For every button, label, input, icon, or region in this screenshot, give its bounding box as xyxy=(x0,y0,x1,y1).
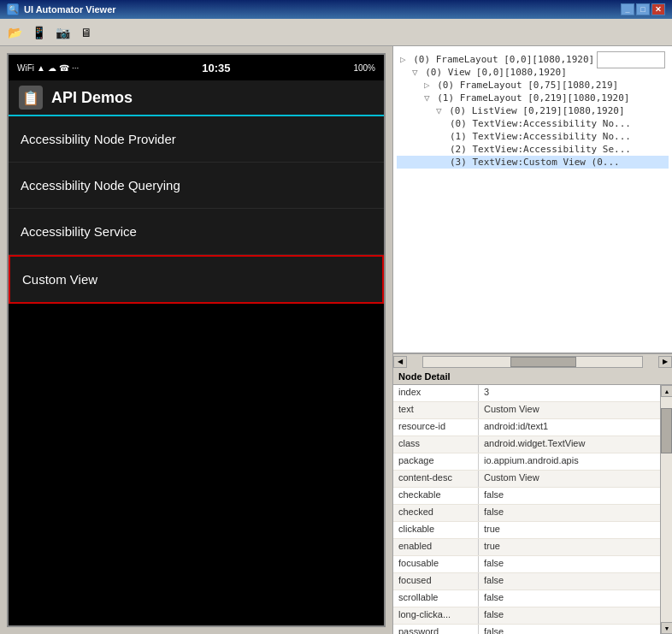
tree-item-7[interactable]: (2) TextView:Accessibility Se... xyxy=(397,143,669,156)
detail-value: true xyxy=(479,539,660,555)
v-scroll-thumb[interactable] xyxy=(661,408,672,453)
detail-row: scrollable false xyxy=(393,590,660,607)
node-detail-table: index 3 text Custom View resource-id and… xyxy=(393,385,660,634)
expand-icon-1: ▽ xyxy=(412,67,423,78)
detail-value: false xyxy=(479,590,660,607)
detail-value: true xyxy=(479,522,660,538)
detail-value: android.widget.TextView xyxy=(479,436,660,453)
detail-key: text xyxy=(393,402,479,418)
detail-row: package io.appium.android.apis xyxy=(393,453,660,471)
detail-key: clickable xyxy=(393,522,479,538)
tree-scrollbar: ◀ ▶ xyxy=(393,353,672,369)
close-button[interactable]: ✕ xyxy=(651,3,665,15)
tree-item-3[interactable]: ▽ (1) FrameLayout [0,219][1080,1920] xyxy=(397,92,669,104)
detail-value: 3 xyxy=(479,385,660,401)
app-icon: 🔍 xyxy=(7,3,19,15)
tree-item-label-4: (0) ListView [0,219][1080,1920] xyxy=(449,105,624,116)
status-icons: WiFi ▲ ☁ ☎ ··· xyxy=(17,63,79,73)
detail-value: false xyxy=(479,573,660,590)
expand-icon-2: ▷ xyxy=(424,80,435,91)
scroll-down-button[interactable]: ▼ xyxy=(661,622,672,634)
tree-item-5[interactable]: (0) TextView:Accessibility No... xyxy=(397,117,669,130)
detail-value: Custom View xyxy=(479,402,660,418)
right-panel: ▷ (0) FrameLayout [0,0][1080,1920] ▽ (0)… xyxy=(393,46,672,634)
tree-item-label-7: (2) TextView:Accessibility Se... xyxy=(450,144,631,155)
menu-item-accessibility-querying[interactable]: Accessibility Node Querying xyxy=(9,163,384,209)
tree-item-label-0: (0) FrameLayout [0,0][1080,1920] xyxy=(413,54,594,65)
detail-key: checkable xyxy=(393,488,479,504)
wifi-icon: WiFi xyxy=(17,63,34,73)
detail-key: scrollable xyxy=(393,590,479,607)
detail-row: focused false xyxy=(393,573,660,590)
detail-value: io.appium.android.apis xyxy=(479,453,660,470)
detail-row: checkable false xyxy=(393,488,660,505)
detail-row: focusable false xyxy=(393,556,660,573)
menu-item-accessibility-provider[interactable]: Accessibility Node Provider xyxy=(9,116,384,163)
tree-item-label-3: (1) FrameLayout [0,219][1080,1920] xyxy=(437,92,629,104)
detail-row: class android.widget.TextView xyxy=(393,436,660,453)
toolbar-open-button[interactable]: 📂 xyxy=(3,22,26,43)
scroll-up-button[interactable]: ▲ xyxy=(661,385,672,397)
detail-key: resource-id xyxy=(393,419,479,436)
app-header-title: API Demos xyxy=(51,89,133,107)
app-header: 📋 API Demos xyxy=(9,80,384,116)
expand-icon-0: ▷ xyxy=(400,54,411,65)
detail-key: package xyxy=(393,453,479,470)
detail-value: android:id/text1 xyxy=(479,419,660,436)
menu-item-custom-view[interactable]: Custom View xyxy=(9,255,384,304)
scroll-right-button[interactable]: ▶ xyxy=(658,356,672,368)
node-detail-panel: Node Detail index 3 text Custom View res… xyxy=(393,369,672,634)
detail-value: false xyxy=(479,625,660,634)
menu-list: Accessibility Node Provider Accessibilit… xyxy=(9,116,384,304)
status-battery: 100% xyxy=(353,63,375,73)
tree-item-8[interactable]: (3) TextView:Custom View (0... xyxy=(397,156,669,169)
detail-value: false xyxy=(479,505,660,521)
title-bar: 🔍 UI Automator Viewer _ □ ✕ xyxy=(0,0,672,19)
detail-row: clickable true xyxy=(393,522,660,539)
detail-key: class xyxy=(393,436,479,453)
detail-key: long-clicka... xyxy=(393,607,479,624)
tree-item-label-8: (3) TextView:Custom View (0... xyxy=(450,157,620,168)
tree-content: ▷ (0) FrameLayout [0,0][1080,1920] ▽ (0)… xyxy=(397,53,669,169)
detail-row: enabled true xyxy=(393,539,660,556)
expand-icon-3: ▽ xyxy=(424,92,435,104)
tree-item-4[interactable]: ▽ (0) ListView [0,219][1080,1920] xyxy=(397,104,669,117)
toolbar: 📂 📱 📷 🖥 xyxy=(0,19,672,46)
app-header-icon: 📋 xyxy=(19,86,43,110)
signal-icon: ▲ xyxy=(37,63,45,73)
main-area: WiFi ▲ ☁ ☎ ··· 10:35 100% 📋 API Demos Ac… xyxy=(0,46,672,634)
detail-key: enabled xyxy=(393,539,479,555)
phone-screen: WiFi ▲ ☁ ☎ ··· 10:35 100% 📋 API Demos Ac… xyxy=(7,53,386,627)
toolbar-screenshot-button[interactable]: 📷 xyxy=(51,22,74,43)
tree-item-label-2: (0) FrameLayout [0,75][1080,219] xyxy=(437,80,618,91)
search-input[interactable] xyxy=(597,51,665,68)
phone-panel: WiFi ▲ ☁ ☎ ··· 10:35 100% 📋 API Demos Ac… xyxy=(0,46,393,634)
detail-key: index xyxy=(393,385,479,401)
bluetooth-icon: ☎ xyxy=(59,63,69,73)
extra-icon: ☁ xyxy=(48,63,56,73)
detail-value: false xyxy=(479,556,660,572)
detail-row: password false xyxy=(393,625,660,634)
tree-item-label-1: (0) View [0,0][1080,1920] xyxy=(425,67,567,78)
menu-item-accessibility-service[interactable]: Accessibility Service xyxy=(9,209,384,255)
detail-key: focused xyxy=(393,573,479,590)
tree-item-label-6: (1) TextView:Accessibility No... xyxy=(450,131,631,142)
v-scrollbar: ▲ ▼ xyxy=(660,385,672,634)
scroll-left-button[interactable]: ◀ xyxy=(393,356,407,368)
v-scroll-track[interactable] xyxy=(661,397,672,622)
tree-item-label-5: (0) TextView:Accessibility No... xyxy=(450,118,631,129)
detail-row: index 3 xyxy=(393,385,660,402)
h-scrollbar-thumb[interactable] xyxy=(510,357,576,367)
tree-item-6[interactable]: (1) TextView:Accessibility No... xyxy=(397,130,669,143)
maximize-button[interactable]: □ xyxy=(636,3,650,15)
tree-item-2[interactable]: ▷ (0) FrameLayout [0,75][1080,219] xyxy=(397,79,669,92)
minimize-button[interactable]: _ xyxy=(621,3,634,15)
h-scrollbar-track[interactable] xyxy=(422,356,643,368)
toolbar-device-button[interactable]: 📱 xyxy=(27,22,50,43)
window-title: UI Automator Viewer xyxy=(24,4,621,15)
toolbar-monitor-button[interactable]: 🖥 xyxy=(75,22,97,43)
detail-row: resource-id android:id/text1 xyxy=(393,419,660,436)
detail-key: checked xyxy=(393,505,479,521)
title-controls: _ □ ✕ xyxy=(621,3,665,15)
status-time: 10:35 xyxy=(202,62,230,74)
